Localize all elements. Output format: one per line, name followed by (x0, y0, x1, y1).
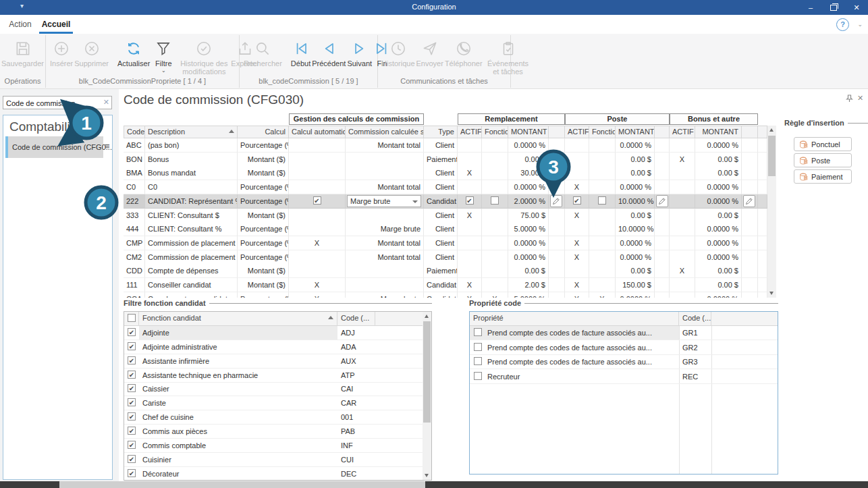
fonction-checkbox[interactable]: ✔ (128, 342, 136, 350)
column-header-ba[interactable]: ACTIF (670, 126, 695, 138)
column-header-pe[interactable] (655, 126, 670, 138)
table-vertical-scrollbar[interactable] (767, 126, 776, 298)
table-row-BON[interactable]: BONBonusMontant ($)Paiement0.00 $0.00 $X… (124, 153, 767, 167)
filter-row-001[interactable]: ✔Chef de cuisine001 (124, 410, 424, 425)
fonction-checkbox[interactable]: ✔ (128, 455, 136, 463)
column-header-pf[interactable]: Fonction (589, 126, 616, 138)
column-header-pa[interactable]: ACTIF (565, 126, 589, 138)
table-row-222[interactable]: 222CANDIDAT: Représentant %Pourcentage (… (124, 194, 767, 209)
fonction-checkbox[interactable]: ✔ (128, 469, 136, 477)
refresh-button[interactable]: Actualiser (117, 38, 150, 67)
table-row-CCA[interactable]: CCACoordonnateur candidatPourcentage (%)… (124, 292, 767, 298)
property-row-GR3[interactable]: Prend compte des codes de facture associ… (470, 355, 778, 369)
column-header-fonction[interactable]: Fonction candidat (139, 312, 337, 326)
modification-history-button[interactable]: Historique des modifications (178, 38, 229, 76)
column-header-rm[interactable]: MONTANT (508, 126, 549, 138)
column-header-fill[interactable] (758, 126, 767, 138)
column-header-auto[interactable]: Calcul automatique (289, 126, 346, 138)
minimize-button[interactable]: – (799, 0, 822, 15)
search-input[interactable] (5, 97, 101, 109)
fonction-checkbox[interactable]: ✔ (128, 328, 136, 336)
table-row-ABC[interactable]: ABC(pas bon)Pourcentage (%)Montant total… (124, 138, 767, 153)
pin-icon[interactable] (846, 94, 853, 104)
table-row-333[interactable]: 333CLIENT: Consultant $Montant ($)Client… (124, 209, 767, 223)
filter-row-DEC[interactable]: ✔DécorateurDEC (124, 467, 424, 481)
checkbox[interactable] (598, 196, 606, 205)
column-header-sur[interactable]: Commission calculée sur (346, 126, 424, 138)
property-checkbox[interactable] (474, 343, 482, 351)
column-header-type[interactable]: Type (424, 126, 458, 138)
fonction-checkbox[interactable]: ✔ (128, 384, 136, 392)
edit-pencil-button[interactable] (550, 195, 562, 207)
checkbox[interactable]: ✔ (313, 196, 321, 205)
filter-row-CUI[interactable]: ✔CuisinierCUI (124, 453, 424, 467)
previous-record-button[interactable]: Précédent (312, 38, 346, 67)
filter-row-CAR[interactable]: ✔CaristeCAR (124, 396, 424, 410)
checkbox[interactable] (491, 196, 499, 205)
edit-pencil-button[interactable] (743, 195, 755, 207)
table-row-CMP[interactable]: CMPCommission de placement 1Pourcentage … (124, 236, 767, 250)
table-row-CDD[interactable]: CDDCompte de dépensesMontant ($)Paiement… (124, 264, 767, 278)
tab-accueil[interactable]: Accueil (39, 15, 73, 34)
help-icon[interactable]: ? (836, 18, 849, 31)
scrollbar-segment[interactable] (425, 481, 868, 488)
table-row-BMA[interactable]: BMABonus mandatMontant ($)ClientX30.00 $… (124, 166, 767, 180)
filter-row-ATP[interactable]: ✔Assistante technique en pharmacieATP (124, 369, 424, 383)
sidebar-item-code-de-commission[interactable]: Code de commission (CFG0... (5, 136, 103, 158)
scroll-down-icon[interactable] (767, 289, 776, 298)
scrollbar-thumb[interactable] (768, 136, 776, 176)
column-header-code[interactable]: Code (124, 126, 145, 138)
bottom-scrollbar-track[interactable] (0, 481, 868, 488)
fonction-checkbox[interactable]: ✔ (128, 371, 136, 379)
filter-row-CAI[interactable]: ✔CaissierCAI (124, 382, 424, 396)
scroll-up-icon[interactable] (767, 126, 776, 134)
scroll-up-icon[interactable] (423, 312, 431, 321)
column-header-bm[interactable]: MONTANT (695, 126, 742, 138)
filter-button[interactable]: Filtre ⌄ (155, 38, 172, 73)
phone-button[interactable]: Téléphoner (445, 38, 483, 67)
property-row-REC[interactable]: RecruteurREC (470, 370, 778, 384)
table-row-CM2[interactable]: CM2Commission de placement 2Pourcentage … (124, 250, 767, 265)
checkbox[interactable]: ✔ (573, 196, 581, 205)
column-header-re[interactable] (549, 126, 565, 138)
table-row-111[interactable]: 111Conseiller candidatMontant ($)XCandid… (124, 278, 767, 292)
fonction-checkbox[interactable]: ✔ (128, 412, 136, 421)
property-checkbox[interactable] (474, 372, 482, 380)
events-tasks-button[interactable]: Événements et tâches (487, 38, 529, 76)
close-button[interactable]: ✕ (845, 0, 868, 15)
select-all-checkbox[interactable] (128, 314, 136, 322)
save-button[interactable]: Sauvegarder (1, 38, 44, 67)
send-button[interactable]: Envoyer (416, 38, 443, 67)
tab-action[interactable]: Action (5, 15, 35, 34)
filter-dropdown-icon[interactable]: ⌄ (161, 68, 166, 73)
column-header-be[interactable] (742, 126, 758, 138)
restore-button[interactable] (822, 0, 845, 15)
panel-close-icon[interactable]: ✕ (857, 94, 863, 103)
filter-row-AUX[interactable]: ✔Assistante infirmièreAUX (124, 354, 424, 369)
column-header-propriete[interactable]: Propriété (470, 312, 679, 326)
property-row-GR2[interactable]: Prend compte des codes de facture associ… (470, 341, 778, 355)
property-checkbox[interactable] (474, 357, 482, 365)
insert-poste-button[interactable]: Poste (794, 153, 852, 167)
delete-button[interactable]: Supprimer (74, 38, 109, 67)
ribbon-collapse-icon[interactable]: ⌄ (857, 21, 863, 28)
insert-ponctuel-button[interactable]: Ponctuel (794, 137, 852, 151)
table-row-C0[interactable]: C0C0Pourcentage (%)Montant totalClient0.… (124, 180, 767, 194)
scrollbar-thumb[interactable] (423, 321, 431, 423)
filter-row-INF[interactable]: ✔Commis comptableINF (124, 439, 424, 453)
fonction-checkbox[interactable]: ✔ (128, 441, 136, 449)
column-header-code[interactable]: Code (... (337, 312, 375, 326)
column-header-code[interactable]: Code (... (679, 312, 711, 326)
scrollbar-segment[interactable] (0, 481, 59, 488)
scroll-down-icon[interactable] (423, 471, 431, 480)
column-header-ra[interactable]: ACTIF (458, 126, 482, 138)
property-row-GR1[interactable]: Prend compte des codes de facture associ… (470, 326, 778, 340)
filter-vertical-scrollbar[interactable] (423, 312, 431, 480)
commission-sur-dropdown[interactable]: Marge brute (347, 195, 421, 207)
first-record-button[interactable]: Début (291, 38, 310, 67)
insert-paiement-button[interactable]: Paiement (794, 169, 852, 184)
property-checkbox[interactable] (474, 328, 482, 336)
edit-pencil-button[interactable] (656, 195, 668, 207)
fonction-checkbox[interactable]: ✔ (128, 427, 136, 435)
filter-row-ADJ[interactable]: ✔AdjointeADJ (124, 326, 424, 340)
